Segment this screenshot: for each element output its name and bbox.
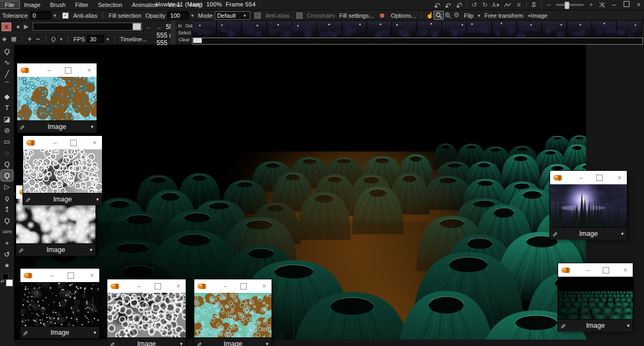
line-tool[interactable]: ╱ [1,68,13,80]
edit-pencil-icon[interactable]: ✎ [18,247,24,255]
maximize-icon[interactable] [240,283,247,290]
image-thumbnail[interactable] [20,282,99,326]
minimize-icon[interactable]: – [587,266,590,274]
minimize-icon[interactable]: – [53,139,57,147]
flip-button[interactable]: Flip [462,12,475,19]
pin-tool[interactable]: Ϙ [1,46,13,57]
edit-pencil-icon[interactable]: ✎ [19,124,25,132]
zoom-in-icon[interactable] [443,11,452,19]
play-script-icon[interactable]: A [492,1,500,9]
redo-icon[interactable]: ↻ [481,1,488,9]
cursor-tool[interactable]: ▷ [1,181,13,192]
add-frame-button[interactable]: + [27,35,32,43]
cut-tool-icon[interactable] [598,1,606,9]
minimize-icon[interactable]: – [47,67,51,74]
edit-pencil-icon[interactable]: ✎ [560,323,566,330]
mode-dropdown[interactable]: Default ▾ [215,11,250,20]
edit-pencil-icon[interactable]: ✎ [25,197,31,204]
window-restore-button[interactable] [622,1,631,9]
maximize-icon[interactable] [68,272,74,279]
minimize-icon[interactable]: – [224,283,228,290]
slider-minus[interactable]: – [545,1,552,9]
select-button[interactable]: Select [178,31,191,35]
freehand-tool[interactable]: ∿ [1,57,13,68]
prev-frame-button[interactable]: ← [146,23,152,31]
image-window-titlebar[interactable]: – × [550,171,627,184]
stop-icon[interactable]: ■ [17,24,19,30]
edit-pencil-icon[interactable]: ✎ [552,231,558,239]
image-window-label[interactable]: Image [17,123,97,131]
image-window-footer[interactable]: ✎ Image ▾ [194,337,272,346]
maximize-icon[interactable] [596,175,603,181]
image-window-w4[interactable]: – × ✎ Image ▾ [20,269,99,338]
close-icon[interactable]: × [617,174,621,182]
image-window-footer[interactable]: ✎ Image ▾ [107,337,186,346]
edit-pencil-icon[interactable]: ✎ [196,341,202,346]
image-window-label[interactable]: Image [20,329,99,336]
zoom-100-tool[interactable]: 100% [1,226,13,237]
image-caret-icon[interactable]: ▾ [91,124,93,129]
curve-tool[interactable]: ⌒ [1,80,13,91]
scrubber-knob[interactable] [133,23,141,30]
text-tool[interactable]: T [1,102,13,113]
picker-tool[interactable]: Ϙ [1,170,13,181]
list-icon[interactable]: ≡ [515,1,522,9]
lava-icon[interactable]: ◈ [2,35,6,42]
slider-plus[interactable]: + [588,1,595,9]
image-window-titlebar[interactable]: – × [17,63,97,77]
out-button[interactable]: Out [185,24,193,28]
play-icon[interactable]: ▶ [24,23,28,30]
image-caret-icon[interactable]: ▾ [627,323,630,328]
image-window-titlebar[interactable]: – × [23,136,102,149]
image-window-footer[interactable]: ✎ Image ▾ [16,243,96,256]
window-minimize-button[interactable]: – [610,1,618,9]
timeline-scroll-knob[interactable] [193,38,202,43]
brush-preset-3-icon[interactable] [456,1,463,9]
filmstrip-icon[interactable]: ▦ [11,35,16,42]
image-window-w1[interactable]: – × ✎ Image ▾ [17,63,97,132]
menu-item-file[interactable]: File [0,1,19,9]
image-window-footer[interactable]: ✎ Image ▾ [20,326,99,338]
menu-item-selection[interactable]: Selection [93,1,127,9]
image-thumbnail[interactable] [17,77,97,120]
image-caret-icon[interactable]: ▾ [266,341,268,346]
image-window-titlebar[interactable]: – × [107,279,186,293]
edit-pencil-icon[interactable]: ✎ [109,341,115,346]
image-thumbnail[interactable] [23,149,102,193]
menu-item-image[interactable]: Image [19,1,46,9]
balloon-tool[interactable]: Ϙ [1,215,13,226]
menu-item-brush[interactable]: Brush [45,1,70,9]
gradient-tool[interactable]: ◪ [1,113,13,125]
background-color-well[interactable] [6,279,13,286]
image-window-footer[interactable]: ✎ Image ▾ [558,319,633,331]
flip-caret-icon[interactable]: ▾ [475,13,482,18]
edit-pencil-icon[interactable]: ✎ [23,330,28,337]
zoom-out-icon[interactable] [452,11,462,19]
close-icon[interactable]: × [623,266,627,274]
in-button[interactable]: In [178,24,182,28]
image-window-footer[interactable]: ✎ Image ▾ [550,227,627,240]
opacity-value[interactable]: 100 [167,11,189,19]
image-caret-icon[interactable]: ▾ [621,231,624,236]
slider-knob[interactable] [565,2,569,9]
tolerance-value[interactable]: 0 [30,11,52,19]
zigzag-icon[interactable] [504,1,511,9]
image-window-titlebar[interactable]: – × [558,263,633,277]
close-icon[interactable]: × [92,139,97,147]
options-button[interactable]: Options... [389,12,418,19]
move-tool[interactable]: + [1,237,13,249]
add-image-button[interactable]: +Image [525,12,550,19]
image-window-titlebar[interactable]: – × [194,279,272,293]
image-thumbnail[interactable] [16,199,96,243]
image-caret-icon[interactable]: ▾ [180,341,182,346]
pan-hand-icon[interactable]: ☝ [425,11,434,19]
tolerance-caret-icon[interactable]: ▾ [52,13,58,18]
maximize-icon[interactable] [65,67,71,74]
close-icon[interactable]: × [90,271,94,279]
s-curve-icon[interactable]: S [530,1,537,9]
star-tool[interactable]: ✶ [1,260,13,271]
maximize-icon[interactable] [603,267,609,273]
swap-colors-icon[interactable]: ⇄ [1,279,4,284]
image-caret-icon[interactable]: ▾ [93,330,96,335]
image-window-footer[interactable]: ✎ Image ▾ [23,193,102,205]
